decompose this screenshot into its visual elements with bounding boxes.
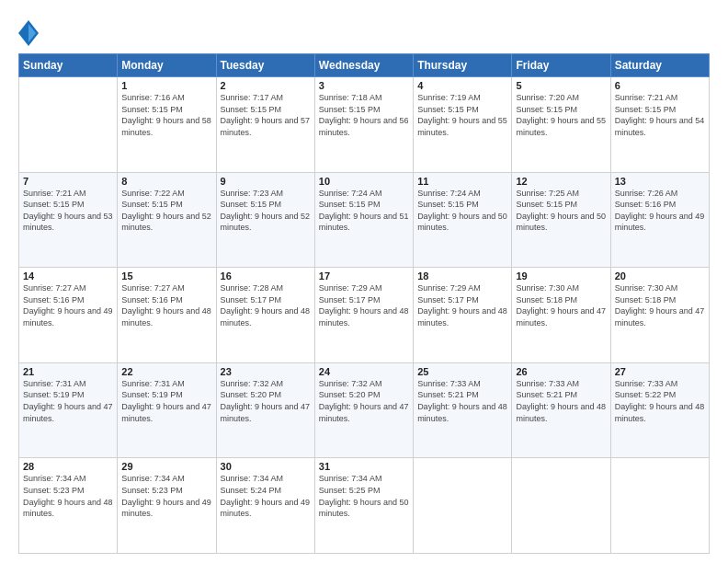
week-row-5: 28Sunrise: 7:34 AMSunset: 5:23 PMDayligh… <box>19 458 710 554</box>
day-number: 14 <box>23 270 113 282</box>
day-number: 18 <box>417 270 507 282</box>
calendar-cell: 15Sunrise: 7:27 AMSunset: 5:16 PMDayligh… <box>118 268 216 363</box>
day-number: 9 <box>221 176 311 187</box>
calendar-cell: 17Sunrise: 7:29 AMSunset: 5:17 PMDayligh… <box>314 268 413 363</box>
calendar-cell: 20Sunrise: 7:30 AMSunset: 5:18 PMDayligh… <box>610 268 709 363</box>
day-number: 20 <box>615 270 705 282</box>
cell-info: Sunrise: 7:32 AMSunset: 5:20 PMDaylight:… <box>221 378 311 424</box>
calendar-cell: 5Sunrise: 7:20 AMSunset: 5:15 PMDaylight… <box>512 77 610 173</box>
day-number: 10 <box>319 176 409 187</box>
week-row-4: 21Sunrise: 7:31 AMSunset: 5:19 PMDayligh… <box>19 362 710 458</box>
calendar-cell: 4Sunrise: 7:19 AMSunset: 5:15 PMDaylight… <box>414 77 512 173</box>
day-number: 4 <box>417 80 507 91</box>
cell-info: Sunrise: 7:19 AMSunset: 5:15 PMDaylight:… <box>417 92 507 138</box>
day-number: 6 <box>615 80 705 91</box>
cell-info: Sunrise: 7:34 AMSunset: 5:23 PMDaylight:… <box>121 473 211 519</box>
calendar-cell: 26Sunrise: 7:33 AMSunset: 5:21 PMDayligh… <box>512 362 610 458</box>
day-number: 29 <box>121 461 211 472</box>
calendar-cell: 7Sunrise: 7:21 AMSunset: 5:15 PMDaylight… <box>19 172 118 268</box>
cell-info: Sunrise: 7:29 AMSunset: 5:17 PMDaylight:… <box>417 282 507 328</box>
cell-info: Sunrise: 7:31 AMSunset: 5:19 PMDaylight:… <box>23 378 113 424</box>
week-row-2: 7Sunrise: 7:21 AMSunset: 5:15 PMDaylight… <box>19 172 710 268</box>
cell-info: Sunrise: 7:27 AMSunset: 5:16 PMDaylight:… <box>23 282 113 328</box>
day-header-monday: Monday <box>118 54 216 77</box>
calendar-cell: 13Sunrise: 7:26 AMSunset: 5:16 PMDayligh… <box>610 172 709 268</box>
cell-info: Sunrise: 7:27 AMSunset: 5:16 PMDaylight:… <box>121 282 211 328</box>
day-number: 31 <box>319 461 409 472</box>
day-number: 27 <box>615 366 705 377</box>
day-number: 3 <box>319 80 409 91</box>
cell-info: Sunrise: 7:34 AMSunset: 5:24 PMDaylight:… <box>221 473 311 519</box>
calendar-cell: 24Sunrise: 7:32 AMSunset: 5:20 PMDayligh… <box>314 362 413 458</box>
day-number: 15 <box>121 270 211 282</box>
cell-info: Sunrise: 7:34 AMSunset: 5:23 PMDaylight:… <box>23 473 113 519</box>
day-number: 1 <box>121 80 211 91</box>
calendar-cell: 10Sunrise: 7:24 AMSunset: 5:15 PMDayligh… <box>314 172 413 268</box>
day-header-sunday: Sunday <box>19 54 118 77</box>
calendar-cell: 30Sunrise: 7:34 AMSunset: 5:24 PMDayligh… <box>216 458 314 554</box>
calendar-cell: 12Sunrise: 7:25 AMSunset: 5:15 PMDayligh… <box>512 172 610 268</box>
cell-info: Sunrise: 7:23 AMSunset: 5:15 PMDaylight:… <box>221 188 311 234</box>
day-number: 24 <box>319 366 409 377</box>
cell-info: Sunrise: 7:31 AMSunset: 5:19 PMDaylight:… <box>121 378 211 424</box>
day-number: 19 <box>516 270 606 282</box>
day-number: 28 <box>23 461 113 472</box>
calendar-cell: 29Sunrise: 7:34 AMSunset: 5:23 PMDayligh… <box>118 458 216 554</box>
cell-info: Sunrise: 7:18 AMSunset: 5:15 PMDaylight:… <box>319 92 409 138</box>
cell-info: Sunrise: 7:30 AMSunset: 5:18 PMDaylight:… <box>615 282 705 328</box>
cell-info: Sunrise: 7:21 AMSunset: 5:15 PMDaylight:… <box>23 188 113 234</box>
cell-info: Sunrise: 7:34 AMSunset: 5:25 PMDaylight:… <box>319 473 409 519</box>
calendar-cell: 27Sunrise: 7:33 AMSunset: 5:22 PMDayligh… <box>610 362 709 458</box>
day-header-thursday: Thursday <box>414 54 512 77</box>
calendar-cell: 18Sunrise: 7:29 AMSunset: 5:17 PMDayligh… <box>414 268 512 363</box>
calendar-cell: 11Sunrise: 7:24 AMSunset: 5:15 PMDayligh… <box>414 172 512 268</box>
calendar-cell: 1Sunrise: 7:16 AMSunset: 5:15 PMDaylight… <box>118 77 216 173</box>
day-number: 11 <box>417 176 507 187</box>
calendar-cell <box>610 458 709 554</box>
day-number: 21 <box>23 366 113 377</box>
day-number: 30 <box>221 461 311 472</box>
cell-info: Sunrise: 7:17 AMSunset: 5:15 PMDaylight:… <box>221 92 311 138</box>
cell-info: Sunrise: 7:33 AMSunset: 5:21 PMDaylight:… <box>516 378 606 424</box>
calendar-cell: 3Sunrise: 7:18 AMSunset: 5:15 PMDaylight… <box>314 77 413 173</box>
calendar-cell: 8Sunrise: 7:22 AMSunset: 5:15 PMDaylight… <box>118 172 216 268</box>
calendar-cell: 16Sunrise: 7:28 AMSunset: 5:17 PMDayligh… <box>216 268 314 363</box>
calendar-cell: 2Sunrise: 7:17 AMSunset: 5:15 PMDaylight… <box>216 77 314 173</box>
day-header-saturday: Saturday <box>610 54 709 77</box>
day-number: 22 <box>121 366 211 377</box>
calendar-cell: 31Sunrise: 7:34 AMSunset: 5:25 PMDayligh… <box>314 458 413 554</box>
cell-info: Sunrise: 7:28 AMSunset: 5:17 PMDaylight:… <box>221 282 311 328</box>
page: SundayMondayTuesdayWednesdayThursdayFrid… <box>0 0 728 563</box>
day-number: 26 <box>516 366 606 377</box>
calendar-cell: 22Sunrise: 7:31 AMSunset: 5:19 PMDayligh… <box>118 362 216 458</box>
cell-info: Sunrise: 7:25 AMSunset: 5:15 PMDaylight:… <box>516 188 606 234</box>
day-number: 7 <box>23 176 113 187</box>
cell-info: Sunrise: 7:33 AMSunset: 5:21 PMDaylight:… <box>417 378 507 424</box>
calendar-cell: 21Sunrise: 7:31 AMSunset: 5:19 PMDayligh… <box>19 362 118 458</box>
calendar-header-row: SundayMondayTuesdayWednesdayThursdayFrid… <box>19 54 710 77</box>
calendar-cell <box>512 458 610 554</box>
cell-info: Sunrise: 7:22 AMSunset: 5:15 PMDaylight:… <box>121 188 211 234</box>
cell-info: Sunrise: 7:33 AMSunset: 5:22 PMDaylight:… <box>615 378 705 424</box>
cell-info: Sunrise: 7:24 AMSunset: 5:15 PMDaylight:… <box>319 188 409 234</box>
day-number: 12 <box>516 176 606 187</box>
logo-icon <box>18 20 39 46</box>
day-number: 8 <box>121 176 211 187</box>
week-row-1: 1Sunrise: 7:16 AMSunset: 5:15 PMDaylight… <box>19 77 710 173</box>
cell-info: Sunrise: 7:32 AMSunset: 5:20 PMDaylight:… <box>319 378 409 424</box>
logo <box>18 20 40 46</box>
cell-info: Sunrise: 7:30 AMSunset: 5:18 PMDaylight:… <box>516 282 606 328</box>
cell-info: Sunrise: 7:16 AMSunset: 5:15 PMDaylight:… <box>121 92 211 138</box>
header <box>18 17 710 46</box>
calendar-cell <box>414 458 512 554</box>
week-row-3: 14Sunrise: 7:27 AMSunset: 5:16 PMDayligh… <box>19 268 710 363</box>
cell-info: Sunrise: 7:29 AMSunset: 5:17 PMDaylight:… <box>319 282 409 328</box>
calendar-cell <box>19 77 118 173</box>
day-number: 23 <box>221 366 311 377</box>
day-number: 25 <box>417 366 507 377</box>
calendar-cell: 25Sunrise: 7:33 AMSunset: 5:21 PMDayligh… <box>414 362 512 458</box>
calendar-cell: 6Sunrise: 7:21 AMSunset: 5:15 PMDaylight… <box>610 77 709 173</box>
day-number: 16 <box>221 270 311 282</box>
day-number: 17 <box>319 270 409 282</box>
day-number: 5 <box>516 80 606 91</box>
